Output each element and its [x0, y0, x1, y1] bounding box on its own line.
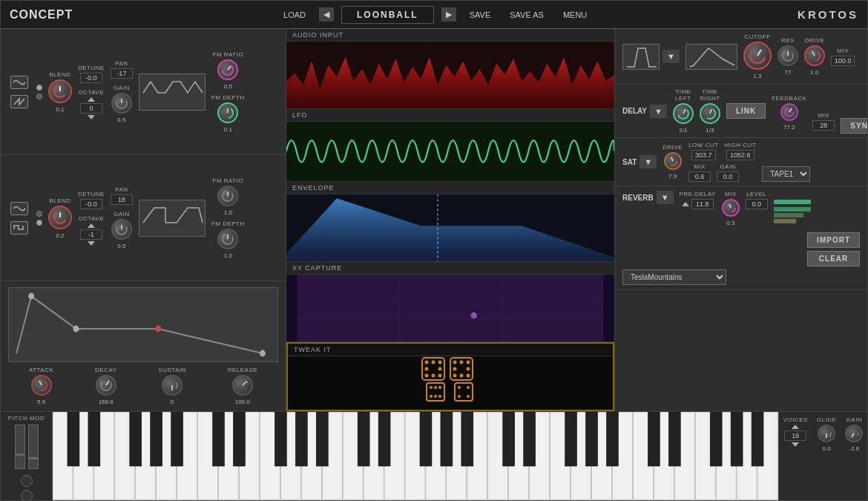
- voices-down[interactable]: [792, 442, 799, 447]
- delay-mix-value[interactable]: 28: [812, 120, 835, 131]
- svg-point-58: [434, 395, 437, 398]
- res-group: RES 77: [777, 37, 798, 76]
- voices-up[interactable]: [792, 425, 799, 429]
- low-cut-value[interactable]: 303.7: [691, 150, 716, 160]
- load-button[interactable]: LOAD: [277, 7, 312, 22]
- filter-drive-knob[interactable]: [804, 45, 825, 66]
- high-cut-value[interactable]: 1052.6: [726, 150, 754, 160]
- sat-dropdown[interactable]: ▼: [640, 155, 657, 168]
- delay-link-button[interactable]: LINK: [726, 103, 766, 119]
- delay-sync-button[interactable]: SYNC: [841, 118, 867, 134]
- osc2-fm-depth-value: 1.0: [224, 252, 232, 259]
- glide-knob[interactable]: [818, 425, 835, 442]
- svg-rect-117: [88, 412, 100, 466]
- svg-line-74: [710, 109, 711, 114]
- decay-knob[interactable]: [96, 375, 116, 396]
- osc1-blend-knob[interactable]: [48, 79, 72, 103]
- cutoff-knob[interactable]: [743, 42, 772, 70]
- reverb-level-value[interactable]: 0.0: [746, 199, 768, 209]
- reverb-mix-knob[interactable]: [722, 199, 740, 217]
- save-as-button[interactable]: SAVE AS: [504, 7, 550, 22]
- filter-shape-display[interactable]: [622, 44, 660, 70]
- sat-gain-value[interactable]: 0.0: [717, 171, 739, 182]
- pitch-mod-button-1[interactable]: [21, 475, 33, 487]
- save-button[interactable]: SAVE: [464, 7, 497, 22]
- pre-delay-up[interactable]: [682, 202, 689, 206]
- osc2-fm-depth-group: FM DEPTH 1.0: [211, 220, 245, 259]
- delay-dropdown[interactable]: ▼: [650, 105, 667, 118]
- osc1-octave-group: OCTAVE 0: [78, 89, 105, 119]
- osc2-pan-value[interactable]: 18: [111, 194, 133, 205]
- osc1-octave-down[interactable]: [88, 115, 95, 119]
- osc1-detune-value[interactable]: -0.0: [80, 73, 102, 83]
- reverb-preset-select[interactable]: TeslaMountains: [622, 269, 726, 285]
- sat-drive-knob[interactable]: [664, 152, 682, 170]
- xy-capture-viz[interactable]: [286, 275, 614, 341]
- osc2-gain-knob[interactable]: [111, 219, 132, 240]
- osc2-sine-icon[interactable]: [10, 202, 28, 215]
- svg-point-41: [425, 373, 429, 377]
- osc2-blend-knob[interactable]: [48, 206, 72, 229]
- delay-feedback-knob[interactable]: [780, 103, 798, 121]
- reverb-dropdown[interactable]: ▼: [657, 191, 674, 204]
- svg-point-63: [458, 395, 461, 398]
- import-button[interactable]: IMPORT: [807, 232, 860, 248]
- filter-mix-value[interactable]: 100.0: [831, 56, 855, 66]
- pitch-mod-button-2[interactable]: [21, 490, 33, 501]
- svg-point-18: [155, 326, 161, 333]
- keyboard-gain-knob[interactable]: [845, 425, 863, 442]
- svg-rect-119: [151, 412, 162, 466]
- prev-preset-button[interactable]: ◀: [319, 7, 334, 22]
- delay-time-left-knob[interactable]: [673, 103, 694, 124]
- piano-keyboard[interactable]: /* keys generated below */: [53, 412, 778, 500]
- sine-wave-icon[interactable]: [10, 76, 28, 89]
- osc1-fm-ratio-knob[interactable]: [217, 59, 238, 80]
- next-preset-button[interactable]: ▶: [441, 7, 456, 22]
- osc2-wave-icons: [8, 202, 30, 235]
- delay-time-left-value: 2/1: [679, 127, 687, 134]
- sustain-value: 0: [171, 399, 174, 405]
- voices-group: VOICES 16: [783, 416, 808, 452]
- svg-rect-140: [752, 412, 763, 466]
- res-knob[interactable]: [777, 45, 798, 66]
- delay-time-right-knob[interactable]: [700, 103, 720, 124]
- release-value: 100.0: [235, 399, 250, 405]
- osc1-fm-depth-knob[interactable]: [217, 102, 238, 123]
- envelope-viz: [286, 194, 614, 261]
- svg-rect-123: [274, 412, 286, 466]
- middle-panel: AUDIO INPUT LFO: [286, 29, 615, 411]
- tape-dropdown[interactable]: TAPE1: [762, 166, 810, 182]
- sustain-knob[interactable]: [162, 375, 183, 396]
- filter-envelope-display: [685, 44, 737, 70]
- sat-mix-value[interactable]: 0.6: [688, 171, 711, 182]
- lfo-viz: [286, 122, 614, 181]
- osc1-octave-up[interactable]: [88, 97, 95, 102]
- tweak-dice-icon[interactable]: [421, 356, 480, 408]
- pitch-slider-2[interactable]: [28, 425, 39, 469]
- osc2-square-icon[interactable]: [10, 221, 28, 235]
- osc1-gain-value: 0.5: [117, 117, 125, 123]
- svg-point-50: [453, 373, 457, 377]
- attack-knob[interactable]: [31, 375, 52, 396]
- pitch-slider-1[interactable]: [15, 425, 25, 469]
- osc2-detune-value[interactable]: -0.0: [80, 199, 102, 209]
- osc2-octave-down[interactable]: [88, 241, 95, 246]
- tweak-it-section: TWEAK IT: [286, 342, 614, 411]
- svg-point-47: [467, 360, 470, 364]
- osc1-pan-value[interactable]: -17: [111, 68, 133, 79]
- sawtooth-wave-icon[interactable]: [10, 95, 28, 108]
- clear-button[interactable]: CLEAR: [807, 251, 860, 266]
- osc1-wave-icons: [8, 76, 30, 108]
- menu-button[interactable]: MENU: [557, 7, 593, 22]
- release-knob[interactable]: [232, 375, 253, 396]
- svg-rect-121: [213, 412, 225, 466]
- osc2-fm-ratio-knob[interactable]: [217, 186, 238, 206]
- filter-shape-dropdown[interactable]: ▼: [662, 50, 680, 63]
- pre-delay-value[interactable]: 11.8: [691, 199, 714, 209]
- osc2-fm-depth-knob[interactable]: [217, 229, 238, 249]
- svg-point-54: [430, 386, 433, 389]
- osc2-octave-up[interactable]: [88, 223, 95, 228]
- osc1-gain-knob[interactable]: [111, 93, 132, 114]
- svg-point-57: [430, 395, 433, 398]
- svg-rect-120: [171, 412, 183, 466]
